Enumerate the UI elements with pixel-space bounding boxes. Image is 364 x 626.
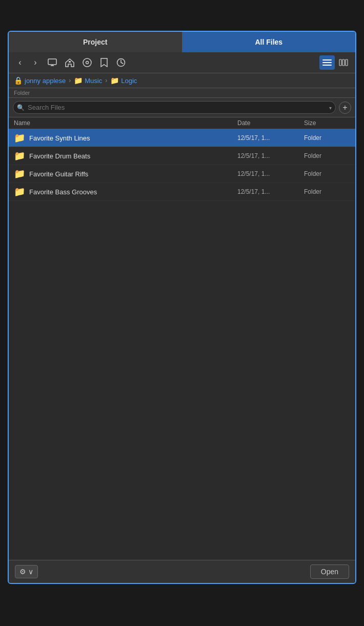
- home-lock-icon: 🔒: [14, 76, 23, 85]
- folder-icon: 📁: [14, 132, 25, 144]
- file-date: 12/5/17, 1...: [237, 170, 304, 177]
- folder-type-label: Folder: [9, 88, 355, 98]
- folder-icon: 📁: [14, 150, 25, 161]
- empty-area: [9, 201, 355, 560]
- table-row[interactable]: 📁 Favorite Guitar Riffs 12/5/17, 1... Fo…: [9, 165, 355, 183]
- bookmark-icon: [100, 58, 108, 67]
- open-button[interactable]: Open: [310, 564, 349, 579]
- folder-icon: 📁: [14, 168, 25, 179]
- media-icon: [83, 58, 92, 67]
- file-name-cell: 📁 Favorite Guitar Riffs: [14, 168, 237, 179]
- settings-button[interactable]: ⚙ ∨: [15, 565, 38, 578]
- file-name-cell: 📁 Favorite Bass Grooves: [14, 186, 237, 197]
- table-row[interactable]: 📁 Favorite Drum Beats 12/5/17, 1... Fold…: [9, 147, 355, 165]
- file-browser-panel: Project All Files ‹ ›: [8, 31, 356, 584]
- recent-icon: [116, 58, 126, 67]
- file-size: Folder: [304, 170, 350, 177]
- file-size: Folder: [304, 188, 350, 195]
- file-size: Folder: [304, 134, 350, 142]
- tab-all-files[interactable]: All Files: [183, 32, 356, 52]
- search-row: 🔍 ▾ +: [9, 98, 355, 117]
- forward-button[interactable]: ›: [28, 55, 43, 70]
- file-name-cell: 📁 Favorite Synth Lines: [14, 132, 237, 144]
- svg-point-5: [86, 62, 89, 64]
- folder-icon: 📁: [14, 186, 25, 197]
- home-icon: [65, 58, 74, 67]
- tab-project[interactable]: Project: [9, 32, 183, 52]
- breadcrumb-music[interactable]: 📁 Music: [74, 76, 102, 85]
- music-folder-icon: 📁: [74, 76, 83, 85]
- file-size: Folder: [304, 152, 350, 159]
- svg-rect-11: [342, 59, 345, 66]
- view-buttons: [319, 55, 351, 70]
- search-input-wrap: 🔍 ▾: [13, 101, 336, 114]
- column-view-icon: [339, 59, 348, 66]
- breadcrumb: 🔒 jonny applese › 📁 Music › 📁 Logic: [9, 73, 355, 88]
- chevron-down-icon: ∨: [28, 568, 33, 576]
- search-input[interactable]: [13, 101, 336, 114]
- computer-button[interactable]: [45, 55, 60, 70]
- search-icon: 🔍: [17, 104, 25, 111]
- home-button[interactable]: [62, 55, 77, 70]
- list-view-icon: [322, 59, 332, 66]
- file-name: Favorite Bass Grooves: [29, 188, 97, 196]
- tabs-row: Project All Files: [9, 32, 355, 52]
- add-button[interactable]: +: [339, 102, 351, 114]
- file-name: Favorite Drum Beats: [29, 152, 90, 160]
- list-view-button[interactable]: [319, 55, 335, 70]
- breadcrumb-logic[interactable]: 📁 Logic: [110, 76, 137, 85]
- table-row[interactable]: 📁 Favorite Synth Lines 12/5/17, 1... Fol…: [9, 129, 355, 147]
- file-name-cell: 📁 Favorite Drum Beats: [14, 150, 237, 161]
- breadcrumb-home[interactable]: jonny applese: [25, 77, 66, 85]
- gear-icon: ⚙: [19, 568, 26, 576]
- svg-rect-0: [48, 59, 56, 65]
- svg-rect-10: [339, 59, 341, 66]
- column-view-button[interactable]: [336, 55, 351, 70]
- file-date: 12/5/17, 1...: [237, 134, 304, 142]
- column-headers: Name Date Size: [9, 117, 355, 129]
- toolbar: ‹ ›: [9, 52, 355, 73]
- file-list: 📁 Favorite Synth Lines 12/5/17, 1... Fol…: [9, 129, 355, 201]
- bookmark-button[interactable]: [97, 55, 111, 70]
- computer-icon: [48, 58, 57, 67]
- search-dropdown-icon[interactable]: ▾: [329, 105, 332, 110]
- file-name: Favorite Synth Lines: [29, 134, 90, 142]
- logic-folder-icon: 📁: [110, 76, 119, 85]
- table-row[interactable]: 📁 Favorite Bass Grooves 12/5/17, 1... Fo…: [9, 183, 355, 201]
- svg-point-4: [83, 58, 91, 67]
- file-date: 12/5/17, 1...: [237, 188, 304, 195]
- file-name: Favorite Guitar Riffs: [29, 170, 88, 178]
- nav-buttons: ‹ ›: [13, 55, 43, 70]
- file-date: 12/5/17, 1...: [237, 152, 304, 159]
- location-buttons: [45, 55, 129, 70]
- bottom-bar: ⚙ ∨ Open: [9, 560, 355, 583]
- back-button[interactable]: ‹: [13, 55, 27, 70]
- svg-rect-12: [346, 59, 348, 66]
- svg-rect-3: [69, 61, 71, 63]
- media-button[interactable]: [79, 55, 95, 70]
- recent-button[interactable]: [113, 55, 129, 70]
